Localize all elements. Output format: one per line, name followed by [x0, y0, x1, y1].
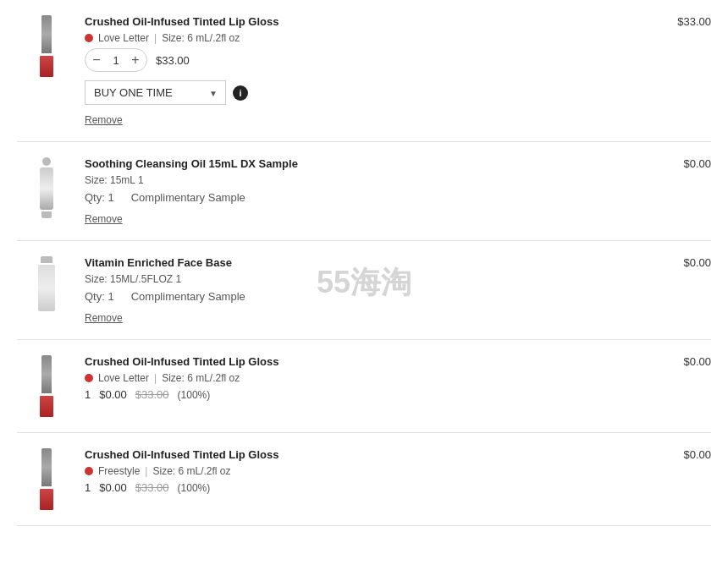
item-variant-4: Freestyle | Size: 6 mL/.2fl oz — [85, 465, 711, 477]
item-details-2: Vitamin Enriched Face Base Size: 15ML/.5… — [76, 256, 711, 324]
item-total-3: $0.00 — [683, 355, 711, 368]
price-row-4: 1 $0.00 $33.00 (100%) — [85, 481, 711, 494]
color-swatch-0 — [85, 34, 93, 42]
qty-sample-row-2: Qty: 1 Complimentary Sample — [85, 290, 711, 303]
price-discounted-3: $0.00 — [99, 388, 127, 401]
price-qty-4: 1 — [85, 481, 91, 494]
item-image-0 — [17, 15, 76, 77]
subscription-row-0: BUY ONE TIME SUBSCRIBE & SAVE i — [85, 80, 711, 105]
remove-button-1[interactable]: Remove — [85, 213, 123, 225]
price-percent-3: (100%) — [178, 389, 211, 401]
item-details-1: Soothing Cleansing Oil 15mL DX Sample Si… — [76, 157, 711, 225]
qty-label-2: Qty: 1 — [85, 290, 114, 303]
item-total-2: $0.00 — [683, 256, 711, 269]
separator-3: | — [154, 372, 157, 384]
item-size-2: Size: 15ML/.5FLOZ 1 — [85, 273, 711, 285]
remove-button-2[interactable]: Remove — [85, 312, 123, 324]
item-image-1 — [17, 157, 76, 218]
item-details-4: Crushed Oil-Infused Tinted Lip Gloss Fre… — [76, 448, 711, 501]
sample-label-1: Complimentary Sample — [131, 191, 245, 204]
color-swatch-3 — [85, 374, 93, 382]
cart-item-4: Crushed Oil-Infused Tinted Lip Gloss Fre… — [17, 433, 711, 526]
sample-label-2: Complimentary Sample — [131, 290, 245, 303]
price-original-3: $33.00 — [135, 388, 169, 401]
subscription-select-wrapper-0[interactable]: BUY ONE TIME SUBSCRIBE & SAVE — [85, 80, 226, 105]
qty-sample-row-1: Qty: 1 Complimentary Sample — [85, 191, 711, 204]
item-image-2 — [17, 256, 76, 311]
qty-increase-0[interactable]: + — [124, 49, 146, 71]
item-size-0: Size: 6 mL/.2fl oz — [162, 32, 240, 44]
info-badge-0[interactable]: i — [233, 85, 248, 101]
qty-label-1: Qty: 1 — [85, 191, 114, 204]
item-name-1: Soothing Cleansing Oil 15mL DX Sample — [85, 157, 711, 170]
item-variant-3: Love Letter | Size: 6 mL/.2fl oz — [85, 372, 711, 384]
item-name-4: Crushed Oil-Infused Tinted Lip Gloss — [85, 448, 711, 461]
price-percent-4: (100%) — [178, 482, 211, 494]
item-color-4: Freestyle — [98, 465, 140, 477]
cart-item-3: Crushed Oil-Infused Tinted Lip Gloss Lov… — [17, 340, 711, 433]
item-name-2: Vitamin Enriched Face Base — [85, 256, 711, 269]
qty-decrease-0[interactable]: − — [85, 49, 108, 71]
item-total-4: $0.00 — [683, 448, 711, 461]
item-name-3: Crushed Oil-Infused Tinted Lip Gloss — [85, 355, 711, 368]
item-total-0: $33.00 — [677, 15, 711, 28]
cart-container: 55海淘 Crushed Oil-Infused Tinted Lip Glos… — [0, 0, 728, 526]
price-discounted-4: $0.00 — [99, 481, 127, 494]
price-row-3: 1 $0.00 $33.00 (100%) — [85, 388, 711, 401]
item-details-3: Crushed Oil-Infused Tinted Lip Gloss Lov… — [76, 355, 711, 408]
separator-4: | — [145, 465, 147, 477]
cart-item-1: Soothing Cleansing Oil 15mL DX Sample Si… — [17, 142, 711, 241]
remove-button-0[interactable]: Remove — [85, 114, 123, 126]
item-variant-0: Love Letter | Size: 6 mL/.2fl oz — [85, 32, 711, 44]
item-size-4: Size: 6 mL/.2fl oz — [152, 465, 230, 477]
color-swatch-4 — [85, 467, 93, 475]
item-name-0: Crushed Oil-Infused Tinted Lip Gloss — [85, 15, 711, 28]
item-color-0: Love Letter — [98, 32, 149, 44]
item-image-3 — [17, 355, 76, 417]
subscription-select-0[interactable]: BUY ONE TIME SUBSCRIBE & SAVE — [85, 80, 226, 105]
qty-control-0: − 1 + — [85, 48, 147, 72]
separator-0: | — [154, 32, 157, 44]
item-size-1: Size: 15mL 1 — [85, 174, 711, 186]
cart-item-2: Vitamin Enriched Face Base Size: 15ML/.5… — [17, 241, 711, 340]
cart-item-0: Crushed Oil-Infused Tinted Lip Gloss Lov… — [17, 0, 711, 142]
item-details-0: Crushed Oil-Infused Tinted Lip Gloss Lov… — [76, 15, 711, 126]
price-qty-3: 1 — [85, 388, 91, 401]
price-original-4: $33.00 — [135, 481, 169, 494]
item-color-3: Love Letter — [98, 372, 149, 384]
item-size-3: Size: 6 mL/.2fl oz — [162, 372, 240, 384]
qty-value-0: 1 — [108, 54, 124, 67]
item-image-4 — [17, 448, 76, 510]
item-price-inline-0: $33.00 — [156, 54, 190, 67]
item-total-1: $0.00 — [683, 157, 711, 170]
qty-row-0: − 1 + $33.00 — [85, 48, 711, 72]
